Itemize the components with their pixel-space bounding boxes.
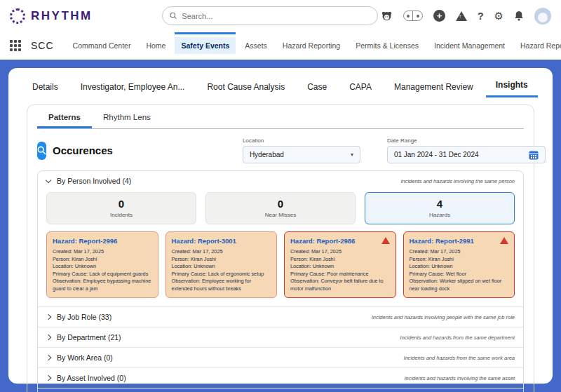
hazard-card-title-link[interactable]: Hazard: Report-2991: [410, 237, 509, 245]
nav-item-incident-management[interactable]: Incident Management: [428, 37, 511, 54]
record-tabs: Details Investigator, Employee An... Roo…: [8, 74, 553, 97]
hazard-created: Created: Mar 17, 2025: [410, 248, 509, 256]
occurrences-toolbar: Occurences Location Hyderabad ▾ Date Ran…: [37, 129, 524, 170]
date-range-input[interactable]: 01 Jan 2024 - 31 Dec 2024: [387, 146, 546, 163]
help-icon[interactable]: ?: [478, 11, 484, 22]
hazard-card-report-2996[interactable]: Hazard: Report-2996 Created: Mar 17, 202…: [46, 231, 158, 298]
hazard-person: Person: Kiran Joshi: [53, 256, 152, 264]
hazard-primary-cause: Primary Cause: Lack of ergonomic setup: [172, 271, 271, 278]
hazard-card-report-2991[interactable]: Hazard: Report-2991 Created: Mar 17, 202…: [403, 231, 515, 298]
app-launcher-icon[interactable]: [10, 40, 21, 51]
chevron-right-icon: [46, 375, 51, 381]
app-navigation-bar: SCC Command Center Home Safety Events As…: [0, 32, 561, 60]
occurrences-search-icon: [37, 142, 46, 160]
trailhead-icon[interactable]: [456, 11, 467, 21]
tab-capa[interactable]: CAPA: [339, 76, 381, 97]
chevron-down-icon: [46, 177, 51, 182]
subtab-patterns[interactable]: Patterns: [37, 107, 92, 128]
hazard-cards-row: Hazard: Report-2996 Created: Mar 17, 202…: [38, 231, 523, 306]
section-by-job-role[interactable]: By Job Role (33) Incidents and hazards i…: [38, 306, 523, 327]
record-card: Details Investigator, Employee An... Roo…: [8, 68, 553, 384]
patterns-accordion: By Person Involved (4) Incidents and haz…: [37, 170, 524, 392]
section-by-department[interactable]: By Department (21) Incidents and hazards…: [38, 327, 523, 347]
nav-item-home[interactable]: Home: [140, 37, 172, 54]
occurrences-title: Occurences: [53, 144, 113, 156]
hazard-location: Location: Unknown: [290, 263, 390, 271]
hazard-person: Person: Kiran Joshi: [410, 256, 509, 264]
nav-item-safety-events[interactable]: Safety Events: [175, 37, 236, 54]
stat-label: Incidents: [110, 212, 133, 218]
hazard-card-title-link[interactable]: Hazard: Report-3001: [172, 237, 271, 245]
hazard-observation: Observation: Employee bypassing machine …: [53, 278, 152, 292]
section-by-work-area[interactable]: By Work Area (0) Incidents and hazards f…: [38, 347, 523, 367]
stat-card-incidents[interactable]: 0 Incidents: [46, 192, 196, 224]
setup-gear-icon[interactable]: ⚙: [494, 10, 503, 22]
nav-item-permits-licenses[interactable]: Permits & Licenses: [349, 37, 425, 54]
hazard-primary-cause: Primary Cause: Wet floor: [410, 271, 509, 278]
hazard-person: Person: Kiran Joshi: [290, 256, 390, 264]
section-title: By Asset Involved (0): [57, 374, 126, 382]
tab-insights[interactable]: Insights: [486, 74, 538, 97]
hazard-observation: Observation: Employee working for extend…: [172, 278, 271, 292]
location-label: Location: [243, 137, 360, 144]
search-icon: [170, 12, 177, 20]
hazard-primary-cause: Primary Cause: Lack of equipment guards: [53, 271, 152, 278]
hazard-location: Location: Unknown: [172, 263, 271, 271]
subtab-rhythm-lens[interactable]: Rhythm Lens: [92, 107, 162, 128]
hazard-person: Person: Kiran Joshi: [172, 256, 271, 264]
stat-label: Hazards: [429, 212, 450, 218]
stat-value: 0: [278, 198, 283, 210]
global-search[interactable]: [162, 6, 378, 25]
quick-create-icon[interactable]: +: [433, 10, 445, 22]
chevron-right-icon: [46, 314, 51, 320]
nav-item-hazard-reporting-2[interactable]: Hazard Reporting: [514, 37, 561, 54]
section-title: By Person Involved (4): [57, 177, 131, 185]
calendar-icon[interactable]: [529, 150, 539, 160]
notifications-bell-icon[interactable]: [514, 11, 524, 21]
nav-item-command-center[interactable]: Command Center: [67, 37, 137, 54]
stat-card-near-misses[interactable]: 0 Near Misses: [205, 192, 356, 224]
warning-triangle-icon: [500, 237, 508, 244]
hazard-card-report-3001[interactable]: Hazard: Report-3001 Created: Mar 17, 202…: [165, 231, 278, 298]
section-enterprise-wide[interactable]: Enterprise Wide (3) Similar incidents ac…: [38, 388, 523, 392]
insights-subtabs: Patterns Rhythm Lens: [37, 107, 524, 129]
section-by-asset-involved[interactable]: By Asset Involved (0) Incidents and haza…: [38, 367, 523, 388]
section-caption: Incidents and hazards involving the same…: [400, 178, 515, 184]
tab-case[interactable]: Case: [297, 76, 337, 97]
tab-details[interactable]: Details: [22, 76, 68, 97]
hazard-card-title-link[interactable]: Hazard: Report-2996: [53, 237, 152, 245]
nav-item-assets[interactable]: Assets: [238, 37, 273, 54]
hazard-card-title-link[interactable]: Hazard: Report-2986: [290, 237, 390, 245]
search-input[interactable]: [182, 12, 370, 20]
hazard-observation: Observation: Conveyor belt failure due t…: [290, 278, 390, 292]
stat-value: 4: [437, 198, 442, 210]
date-range-label: Date Range: [387, 137, 546, 144]
chevron-right-icon: [46, 334, 51, 340]
brand-name: RHYTHM: [31, 9, 93, 23]
stat-label: Near Misses: [265, 212, 296, 218]
hazard-card-report-2986[interactable]: Hazard: Report-2986 Created: Mar 17, 202…: [284, 231, 396, 298]
einstein-icon[interactable]: [381, 11, 393, 21]
section-by-person-involved[interactable]: By Person Involved (4) Incidents and haz…: [38, 171, 523, 191]
location-value: Hyderabad: [250, 151, 284, 158]
nav-item-hazard-reporting[interactable]: Hazard Reporting: [276, 37, 346, 54]
tab-management-review[interactable]: Management Review: [384, 76, 483, 97]
section-title: By Job Role (33): [57, 313, 111, 321]
hazard-created: Created: Mar 17, 2025: [290, 248, 390, 256]
view-toggle[interactable]: [403, 11, 423, 21]
hazard-observation: Observation: Worker slipped on wet floor…: [410, 278, 509, 292]
location-select[interactable]: Hyderabad ▾: [243, 146, 360, 163]
hazard-created: Created: Mar 17, 2025: [172, 248, 271, 256]
record-frame: Details Investigator, Employee An... Roo…: [0, 60, 561, 392]
stat-card-hazards[interactable]: 4 Hazards: [365, 192, 515, 224]
rhythm-logo-icon: [10, 8, 25, 24]
warning-triangle-icon: [381, 237, 390, 244]
hazard-primary-cause: Primary Cause: Poor maintenance: [290, 271, 390, 278]
user-avatar[interactable]: [534, 8, 551, 25]
section-caption: Incidents and hazards from the same depa…: [400, 334, 515, 341]
tab-investigator[interactable]: Investigator, Employee An...: [71, 76, 195, 97]
section-title: By Work Area (0): [57, 353, 113, 362]
section-caption: Incidents and hazards from the same work…: [404, 355, 515, 361]
tab-root-cause-analysis[interactable]: Root Cause Analysis: [197, 76, 295, 97]
brand: RHYTHM: [10, 8, 93, 24]
